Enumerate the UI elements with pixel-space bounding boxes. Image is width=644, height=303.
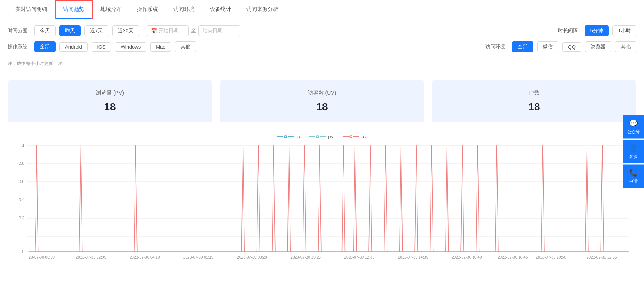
service-icon: 👤 — [629, 144, 638, 152]
start-date-placeholder: 开始日期 — [159, 27, 178, 34]
chart-section: 1 0.8 0.6 0.4 0.2 0 23-07-30 00:00 2023-… — [0, 142, 644, 267]
btn-today[interactable]: 今天 — [34, 25, 56, 36]
main-container: 实时访问明细 访问趋势 地域分布 操作系统 访问环境 设备统计 访问来源分析 时… — [0, 0, 644, 303]
chart-svg: 1 0.8 0.6 0.4 0.2 0 23-07-30 00:00 2023-… — [8, 142, 636, 259]
svg-text:2023-07-30 20:50: 2023-07-30 20:50 — [536, 255, 566, 259]
os-env-row: 操作系统 全部 Android iOS Windows Mac 其他 访问环境 … — [8, 41, 636, 52]
btn-yesterday[interactable]: 昨天 — [59, 25, 81, 36]
env-label: 访问环境 — [485, 43, 505, 50]
tab-region[interactable]: 地域分布 — [93, 1, 129, 18]
phone-btn[interactable]: 📞 电话 — [623, 165, 644, 188]
svg-text:2023-07-30 16:40: 2023-07-30 16:40 — [452, 255, 482, 259]
stat-uv-value: 18 — [231, 101, 413, 113]
btn-os-mac[interactable]: Mac — [150, 42, 171, 52]
svg-text:2023-07-30 08:20: 2023-07-30 08:20 — [237, 255, 267, 259]
stat-card-pv: 浏览量 (PV) 18 — [8, 80, 212, 122]
btn-env-other[interactable]: 其他 — [615, 41, 636, 52]
service-label: 客服 — [629, 154, 638, 159]
stat-ip-value: 18 — [443, 101, 625, 113]
svg-text:2023-07-30 04:10: 2023-07-30 04:10 — [130, 255, 160, 259]
tab-os[interactable]: 操作系统 — [129, 1, 166, 18]
svg-text:2023-07-30 06:15: 2023-07-30 06:15 — [183, 255, 214, 259]
svg-text:2023-07-30 18:45: 2023-07-30 18:45 — [498, 255, 528, 259]
tab-device[interactable]: 设备统计 — [202, 1, 239, 18]
wechat-label: 公众号 — [627, 129, 640, 135]
btn-1hour[interactable]: 1小时 — [612, 25, 636, 36]
btn-os-android[interactable]: Android — [59, 42, 88, 52]
svg-text:1: 1 — [22, 143, 24, 147]
stat-card-uv: 访客数 (UV) 18 — [220, 80, 424, 122]
calendar-icon: 📅 — [151, 28, 157, 34]
os-label: 操作系统 — [8, 43, 27, 50]
wechat-btn[interactable]: 💬 公众号 — [623, 115, 644, 139]
legend-ip: ip — [277, 134, 300, 139]
legend-pv-label: pv — [328, 134, 333, 139]
stat-uv-title: 访客数 (UV) — [231, 90, 413, 96]
svg-text:0.4: 0.4 — [19, 197, 24, 202]
filter-section: 时间范围 今天 昨天 近7天 近30天 📅 开始日期 至 结束日期 时长间隔 5… — [0, 19, 644, 52]
date-separator: 至 — [191, 27, 196, 34]
end-date-input[interactable]: 结束日期 — [198, 25, 240, 36]
stat-ip-title: IP数 — [443, 90, 625, 96]
stat-card-ip: IP数 18 — [432, 80, 636, 122]
tab-env[interactable]: 访问环境 — [166, 1, 202, 18]
btn-30days[interactable]: 近30天 — [112, 25, 139, 36]
btn-os-other[interactable]: 其他 — [175, 41, 196, 52]
legend-uv: uv — [343, 134, 367, 139]
wechat-icon: 💬 — [629, 119, 638, 128]
float-buttons: 💬 公众号 👤 客服 📞 电话 — [623, 115, 644, 188]
btn-7days[interactable]: 近7天 — [84, 25, 108, 36]
svg-text:0: 0 — [22, 249, 24, 254]
btn-5min[interactable]: 5分钟 — [585, 25, 609, 36]
phone-label: 电话 — [629, 178, 638, 184]
svg-text:0.2: 0.2 — [19, 216, 24, 220]
btn-env-wechat[interactable]: 微信 — [537, 41, 558, 52]
svg-text:2023-07-30 10:25: 2023-07-30 10:25 — [290, 255, 321, 259]
time-range-label: 时间范围 — [8, 27, 27, 34]
start-date-input[interactable]: 📅 开始日期 — [147, 25, 189, 36]
svg-text:2023-07-30 02:05: 2023-07-30 02:05 — [76, 255, 106, 259]
svg-text:0.8: 0.8 — [19, 161, 24, 166]
stat-pv-title: 浏览量 (PV) — [19, 90, 201, 96]
right-filters: 时长间隔 5分钟 1小时 — [558, 25, 636, 36]
tab-source[interactable]: 访问来源分析 — [239, 1, 286, 18]
stat-pv-value: 18 — [19, 101, 201, 113]
btn-env-all[interactable]: 全部 — [512, 41, 533, 52]
svg-text:2023-07-30 14:35: 2023-07-30 14:35 — [398, 255, 428, 259]
legend-pv: pv — [309, 134, 333, 139]
service-btn[interactable]: 👤 客服 — [623, 140, 644, 163]
tab-trend[interactable]: 访问趋势 — [55, 0, 93, 19]
stats-section: 浏览量 (PV) 18 访客数 (UV) 18 IP数 18 — [0, 73, 644, 130]
svg-text:2023-07-30 12:30: 2023-07-30 12:30 — [344, 255, 374, 259]
chart-legend: ip pv uv — [0, 130, 644, 142]
note-text: 注：数据每半小时更新一次 — [0, 57, 644, 73]
btn-os-all[interactable]: 全部 — [34, 41, 56, 52]
time-range-row: 时间范围 今天 昨天 近7天 近30天 📅 开始日期 至 结束日期 时长间隔 5… — [8, 25, 636, 36]
date-range: 📅 开始日期 至 结束日期 — [147, 25, 240, 36]
svg-text:23-07-30 00:00: 23-07-30 00:00 — [29, 255, 55, 259]
btn-os-ios[interactable]: iOS — [92, 42, 111, 52]
svg-text:0.6: 0.6 — [19, 179, 24, 184]
interval-label: 时长间隔 — [558, 27, 578, 34]
btn-env-browser[interactable]: 浏览器 — [585, 41, 611, 52]
legend-uv-label: uv — [362, 134, 367, 139]
btn-os-windows[interactable]: Windows — [115, 42, 146, 52]
env-filters: 访问环境 全部 微信 QQ 浏览器 其他 — [485, 41, 636, 52]
svg-text:2023-07-30 22:55: 2023-07-30 22:55 — [587, 255, 617, 259]
btn-env-qq[interactable]: QQ — [562, 42, 581, 52]
chart-container: 1 0.8 0.6 0.4 0.2 0 23-07-30 00:00 2023-… — [8, 142, 636, 259]
tab-realtime[interactable]: 实时访问明细 — [8, 1, 55, 18]
phone-icon: 📞 — [629, 169, 638, 177]
tab-bar: 实时访问明细 访问趋势 地域分布 操作系统 访问环境 设备统计 访问来源分析 — [0, 0, 644, 19]
end-date-placeholder: 结束日期 — [203, 27, 222, 34]
legend-ip-label: ip — [296, 134, 300, 139]
